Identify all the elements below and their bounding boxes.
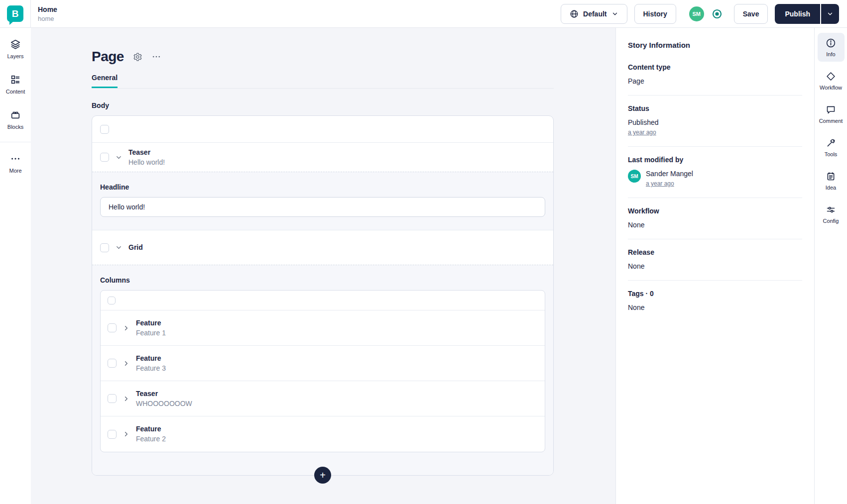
last-modified-section: Last modified by SM Sander Mangel a year… bbox=[628, 156, 802, 188]
workflow-diamond-icon bbox=[826, 71, 836, 82]
panel-tab-info[interactable]: Info bbox=[818, 33, 845, 62]
logo-cell: B bbox=[0, 0, 31, 28]
save-button-label: Save bbox=[743, 10, 759, 18]
workflow-value: None bbox=[628, 221, 802, 229]
topbar: Home home Default History SM Save Publis… bbox=[31, 0, 847, 28]
sidebar-item-label: More bbox=[9, 168, 21, 174]
right-sidebar: Info Workflow Comment Tools Idea Config bbox=[814, 28, 847, 504]
tags-label: Tags · 0 bbox=[628, 290, 802, 298]
publish-button[interactable]: Publish bbox=[775, 4, 820, 24]
sidebar-item-label: Content bbox=[6, 89, 25, 95]
block-checkbox[interactable] bbox=[108, 359, 117, 368]
chevron-right-icon[interactable] bbox=[122, 430, 130, 438]
layers-icon bbox=[10, 39, 21, 50]
panel-tab-config[interactable]: Config bbox=[818, 200, 845, 228]
select-all-checkbox[interactable] bbox=[108, 297, 116, 304]
editor-canvas: Page General Body Teaser bbox=[31, 28, 615, 504]
content-type-value: Page bbox=[628, 77, 802, 85]
editor-tabs: General bbox=[92, 74, 554, 89]
history-button-label: History bbox=[643, 10, 667, 18]
sidebar-item-label: Blocks bbox=[7, 124, 23, 130]
block-title: Feature bbox=[136, 319, 166, 327]
breadcrumb-slug: home bbox=[38, 15, 57, 22]
release-label: Release bbox=[628, 248, 802, 256]
block-subtitle: Hello world! bbox=[128, 158, 165, 167]
block-row-grid[interactable]: Grid bbox=[92, 230, 553, 265]
divider bbox=[628, 280, 802, 281]
plus-icon: + bbox=[320, 470, 326, 480]
ellipsis-icon[interactable] bbox=[151, 52, 161, 62]
tab-general[interactable]: General bbox=[92, 74, 118, 88]
more-dots-icon bbox=[10, 153, 21, 164]
sidebar-item-content[interactable]: Content bbox=[0, 71, 31, 98]
sidebar-item-layers[interactable]: Layers bbox=[0, 36, 31, 62]
storyblok-logo-icon[interactable]: B bbox=[7, 5, 23, 22]
block-title: Teaser bbox=[136, 390, 192, 398]
chevron-right-icon[interactable] bbox=[122, 360, 130, 367]
history-button[interactable]: History bbox=[634, 4, 676, 24]
blocks-select-all-row bbox=[92, 116, 553, 143]
block-titles: Feature Feature 1 bbox=[136, 319, 166, 337]
publish-dropdown-button[interactable] bbox=[820, 4, 839, 24]
panel-tab-idea[interactable]: Idea bbox=[818, 166, 845, 195]
block-checkbox[interactable] bbox=[108, 394, 117, 403]
globe-icon bbox=[570, 9, 579, 18]
column-block-row[interactable]: Feature Feature 3 bbox=[101, 346, 545, 381]
block-title: Grid bbox=[128, 243, 143, 252]
panel-tab-comment[interactable]: Comment bbox=[818, 100, 845, 128]
release-value: None bbox=[628, 262, 802, 270]
hammer-icon bbox=[826, 138, 836, 148]
sidebar-divider bbox=[0, 142, 31, 142]
chevron-down-icon[interactable] bbox=[115, 154, 122, 161]
headline-input[interactable] bbox=[100, 197, 545, 217]
chevron-right-icon[interactable] bbox=[122, 324, 130, 332]
panel-tab-label: Idea bbox=[826, 185, 836, 191]
editor-column: Page General Body Teaser bbox=[92, 49, 554, 476]
chevron-down-icon bbox=[827, 10, 834, 17]
column-block-row[interactable]: Feature Feature 1 bbox=[101, 310, 545, 346]
add-block-button[interactable]: + bbox=[314, 467, 331, 484]
user-avatar: SM bbox=[628, 170, 641, 183]
body-field-label: Body bbox=[92, 101, 554, 109]
panel-tab-label: Config bbox=[823, 218, 839, 224]
grid-expanded-panel: Columns Feature Feature 1 bbox=[92, 265, 553, 475]
teaser-expanded-panel: Headline bbox=[92, 172, 553, 230]
panel-tab-label: Info bbox=[826, 51, 835, 57]
gear-icon[interactable] bbox=[133, 52, 142, 62]
block-row-teaser[interactable]: Teaser Hello world! bbox=[92, 143, 553, 172]
topbar-actions: Default History SM Save Publish bbox=[561, 4, 839, 24]
page-title-row: Page bbox=[92, 49, 554, 65]
chevron-right-icon[interactable] bbox=[122, 395, 130, 403]
last-modified-label: Last modified by bbox=[628, 156, 802, 164]
block-subtitle: Feature 3 bbox=[136, 364, 166, 373]
columns-field-label: Columns bbox=[100, 276, 545, 284]
block-titles: Feature Feature 2 bbox=[136, 425, 166, 443]
workflow-section: Workflow None bbox=[628, 207, 802, 229]
notepad-icon bbox=[826, 171, 836, 182]
record-icon[interactable] bbox=[711, 8, 723, 20]
user-name: Sander Mangel bbox=[646, 170, 693, 178]
sidebar-item-blocks[interactable]: Blocks bbox=[0, 106, 31, 133]
sidebar-item-more[interactable]: More bbox=[0, 150, 31, 177]
column-block-row[interactable]: Teaser WHOOOOOOOW bbox=[101, 381, 545, 416]
status-time-link[interactable]: a year ago bbox=[628, 129, 656, 136]
block-checkbox[interactable] bbox=[100, 243, 109, 252]
modified-time-link[interactable]: a year ago bbox=[646, 180, 674, 187]
divider bbox=[628, 95, 802, 96]
block-checkbox[interactable] bbox=[108, 430, 117, 439]
headline-field-label: Headline bbox=[100, 183, 545, 191]
chevron-down-icon bbox=[611, 10, 618, 17]
select-all-checkbox[interactable] bbox=[100, 125, 109, 134]
block-checkbox[interactable] bbox=[108, 323, 117, 332]
panel-tab-label: Tools bbox=[825, 151, 838, 157]
block-checkbox[interactable] bbox=[100, 153, 109, 162]
chevron-down-icon[interactable] bbox=[115, 244, 122, 251]
panel-tab-workflow[interactable]: Workflow bbox=[818, 66, 845, 95]
language-selector-button[interactable]: Default bbox=[561, 4, 627, 24]
page-title: Page bbox=[92, 49, 124, 65]
column-block-row[interactable]: Feature Feature 2 bbox=[101, 416, 545, 452]
panel-tab-tools[interactable]: Tools bbox=[818, 133, 845, 162]
block-titles: Teaser WHOOOOOOOW bbox=[136, 390, 192, 408]
user-avatar[interactable]: SM bbox=[689, 6, 704, 21]
save-button[interactable]: Save bbox=[734, 4, 768, 24]
